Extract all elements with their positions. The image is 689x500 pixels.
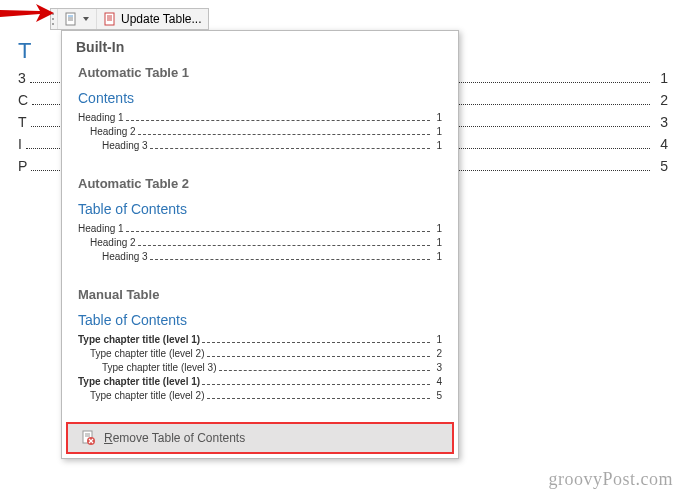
leader-dots <box>138 134 430 135</box>
gallery-item-automatic-table-2[interactable]: Automatic Table 2 Table of Contents Head… <box>72 172 448 275</box>
toc-gallery-dropdown: Built-In Automatic Table 1 Contents Head… <box>61 30 459 459</box>
gallery-item-manual-table[interactable]: Manual Table Table of Contents Type chap… <box>72 283 448 414</box>
document-icon <box>64 12 78 26</box>
watermark: groovyPost.com <box>548 469 673 490</box>
leader-dots <box>138 245 430 246</box>
leader-dots <box>207 356 431 357</box>
preview-title: Automatic Table 1 <box>78 65 442 80</box>
svg-rect-6 <box>105 13 114 25</box>
preview-header: Table of Contents <box>78 201 442 217</box>
preview-row-label: Heading 3 <box>102 140 148 151</box>
preview-row-label: Heading 3 <box>102 251 148 262</box>
preview-row-label: Type chapter title (level 1) <box>78 334 200 345</box>
row-page: 4 <box>654 136 668 152</box>
preview-title: Automatic Table 2 <box>78 176 442 191</box>
row-page: 3 <box>654 114 668 130</box>
remove-doc-icon <box>80 430 96 446</box>
preview-row-page: 4 <box>432 376 442 387</box>
leader-dots <box>126 120 430 121</box>
gallery-item-automatic-table-1[interactable]: Automatic Table 1 Contents Heading 11Hea… <box>72 61 448 164</box>
svg-rect-1 <box>66 13 75 25</box>
preview-row-page: 1 <box>432 223 442 234</box>
preview-row: Heading 31 <box>78 251 442 262</box>
preview-row-page: 1 <box>432 251 442 262</box>
row-stub: T <box>18 114 27 130</box>
update-icon <box>103 12 117 26</box>
preview-row-label: Heading 1 <box>78 112 124 123</box>
update-table-button[interactable]: Update Table... <box>96 9 208 29</box>
toc-gallery-button[interactable] <box>57 9 96 29</box>
svg-marker-0 <box>0 4 54 22</box>
preview-row: Heading 11 <box>78 223 442 234</box>
leader-dots <box>150 148 430 149</box>
preview-row-page: 1 <box>432 140 442 151</box>
row-page: 5 <box>654 158 668 174</box>
gallery-category-label: Built-In <box>62 31 458 57</box>
leader-dots <box>150 259 430 260</box>
annotation-arrow <box>0 2 55 32</box>
leader-dots <box>202 342 430 343</box>
preview-header: Contents <box>78 90 442 106</box>
row-stub: P <box>18 158 27 174</box>
preview-row: Type chapter title (level 1)1 <box>78 334 442 345</box>
remove-toc-label: Remove Table of Contents <box>104 431 245 445</box>
update-table-label: Update Table... <box>121 12 202 26</box>
preview-row-label: Type chapter title (level 1) <box>78 376 200 387</box>
preview-row-label: Type chapter title (level 2) <box>90 348 205 359</box>
preview-row: Type chapter title (level 2)2 <box>78 348 442 359</box>
row-stub: C <box>18 92 28 108</box>
svg-marker-5 <box>83 17 89 21</box>
preview-row-page: 1 <box>432 126 442 137</box>
preview-row-page: 2 <box>432 348 442 359</box>
preview-row-page: 1 <box>432 334 442 345</box>
preview-row: Type chapter title (level 2)5 <box>78 390 442 401</box>
preview-row-page: 1 <box>432 237 442 248</box>
preview-row: Type chapter title (level 3)3 <box>78 362 442 373</box>
preview-title: Manual Table <box>78 287 442 302</box>
preview-row: Heading 21 <box>78 126 442 137</box>
row-stub: I <box>18 136 22 152</box>
row-page: 2 <box>654 92 668 108</box>
preview-row-page: 1 <box>432 112 442 123</box>
chevron-down-icon <box>82 12 90 26</box>
leader-dots <box>202 384 430 385</box>
preview-row-label: Heading 2 <box>90 126 136 137</box>
preview-row: Heading 11 <box>78 112 442 123</box>
leader-dots <box>207 398 431 399</box>
preview-row-label: Type chapter title (level 3) <box>102 362 217 373</box>
preview-row-label: Heading 2 <box>90 237 136 248</box>
remove-toc-button[interactable]: Remove Table of Contents <box>66 422 454 454</box>
preview-row-label: Heading 1 <box>78 223 124 234</box>
preview-row: Heading 21 <box>78 237 442 248</box>
preview-row: Heading 31 <box>78 140 442 151</box>
row-stub: 3 <box>18 70 26 86</box>
leader-dots <box>126 231 430 232</box>
preview-row: Type chapter title (level 1)4 <box>78 376 442 387</box>
toc-mini-toolbar: Update Table... <box>50 8 209 30</box>
preview-row-label: Type chapter title (level 2) <box>90 390 205 401</box>
leader-dots <box>219 370 431 371</box>
preview-row-page: 3 <box>432 362 442 373</box>
preview-header: Table of Contents <box>78 312 442 328</box>
preview-row-page: 5 <box>432 390 442 401</box>
row-page: 1 <box>654 70 668 86</box>
